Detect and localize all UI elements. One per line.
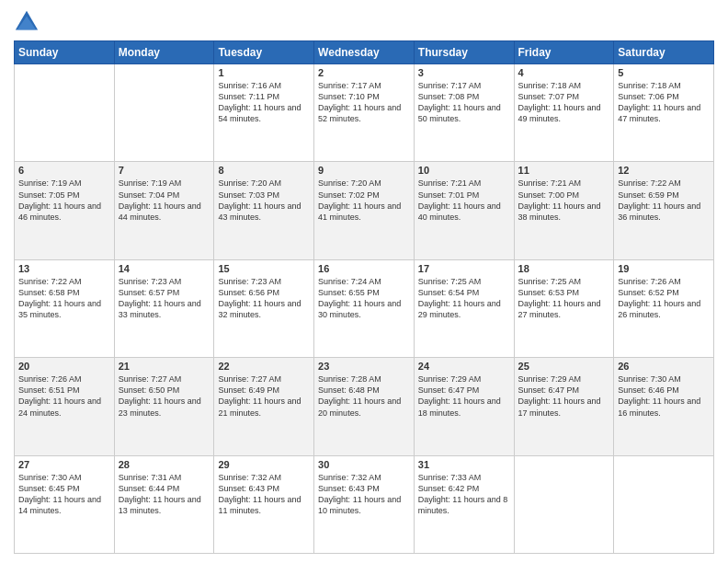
day-number: 24 [418, 361, 510, 372]
cell-info: Sunrise: 7:33 AM Sunset: 6:42 PM Dayligh… [418, 472, 510, 517]
calendar-week-row: 27Sunrise: 7:30 AM Sunset: 6:45 PM Dayli… [15, 455, 714, 553]
cell-info: Sunrise: 7:31 AM Sunset: 6:44 PM Dayligh… [119, 472, 210, 517]
cell-info: Sunrise: 7:30 AM Sunset: 6:46 PM Dayligh… [618, 373, 710, 419]
calendar-cell: 13Sunrise: 7:22 AM Sunset: 6:58 PM Dayli… [15, 259, 115, 357]
cell-info: Sunrise: 7:21 AM Sunset: 7:01 PM Dayligh… [418, 178, 510, 223]
day-header-monday: Monday [114, 41, 214, 64]
day-header-sunday: Sunday [15, 41, 115, 64]
day-header-wednesday: Wednesday [314, 41, 415, 64]
calendar-cell: 1Sunrise: 7:16 AM Sunset: 7:11 PM Daylig… [214, 64, 314, 162]
calendar-cell: 18Sunrise: 7:25 AM Sunset: 6:53 PM Dayli… [514, 259, 614, 357]
calendar-cell: 11Sunrise: 7:21 AM Sunset: 7:00 PM Dayli… [514, 162, 614, 259]
cell-info: Sunrise: 7:22 AM Sunset: 6:59 PM Dayligh… [618, 178, 710, 223]
day-number: 16 [318, 263, 410, 274]
cell-info: Sunrise: 7:21 AM Sunset: 7:00 PM Dayligh… [518, 178, 610, 223]
cell-info: Sunrise: 7:32 AM Sunset: 6:43 PM Dayligh… [218, 472, 310, 517]
cell-info: Sunrise: 7:27 AM Sunset: 6:49 PM Dayligh… [218, 373, 310, 419]
calendar-cell [15, 64, 115, 162]
day-number: 8 [218, 165, 310, 176]
page: SundayMondayTuesdayWednesdayThursdayFrid… [0, 0, 728, 563]
cell-info: Sunrise: 7:16 AM Sunset: 7:11 PM Dayligh… [218, 80, 310, 125]
day-number: 3 [418, 67, 510, 78]
cell-info: Sunrise: 7:28 AM Sunset: 6:48 PM Dayligh… [318, 373, 410, 419]
cell-info: Sunrise: 7:19 AM Sunset: 7:05 PM Dayligh… [18, 178, 110, 223]
cell-info: Sunrise: 7:25 AM Sunset: 6:53 PM Dayligh… [518, 276, 610, 321]
day-number: 19 [618, 263, 710, 274]
day-number: 11 [518, 165, 610, 176]
calendar-cell: 30Sunrise: 7:32 AM Sunset: 6:43 PM Dayli… [314, 455, 415, 553]
cell-info: Sunrise: 7:26 AM Sunset: 6:51 PM Dayligh… [18, 373, 110, 419]
calendar-cell: 29Sunrise: 7:32 AM Sunset: 6:43 PM Dayli… [214, 455, 314, 553]
calendar-week-row: 1Sunrise: 7:16 AM Sunset: 7:11 PM Daylig… [15, 64, 714, 162]
calendar-cell: 10Sunrise: 7:21 AM Sunset: 7:01 PM Dayli… [414, 162, 514, 259]
day-number: 1 [218, 67, 310, 78]
day-number: 2 [318, 67, 410, 78]
day-number: 14 [119, 263, 210, 274]
calendar-week-row: 6Sunrise: 7:19 AM Sunset: 7:05 PM Daylig… [15, 162, 714, 259]
cell-info: Sunrise: 7:22 AM Sunset: 6:58 PM Dayligh… [18, 276, 110, 321]
cell-info: Sunrise: 7:24 AM Sunset: 6:55 PM Dayligh… [318, 276, 410, 321]
cell-info: Sunrise: 7:29 AM Sunset: 6:47 PM Dayligh… [418, 373, 510, 419]
logo [14, 9, 43, 35]
calendar-cell: 26Sunrise: 7:30 AM Sunset: 6:46 PM Dayli… [614, 358, 714, 455]
day-number: 20 [18, 361, 110, 372]
day-number: 10 [418, 165, 510, 176]
cell-info: Sunrise: 7:19 AM Sunset: 7:04 PM Dayligh… [119, 178, 210, 223]
day-number: 22 [218, 361, 310, 372]
calendar-cell: 8Sunrise: 7:20 AM Sunset: 7:03 PM Daylig… [214, 162, 314, 259]
cell-info: Sunrise: 7:32 AM Sunset: 6:43 PM Dayligh… [318, 472, 410, 517]
cell-info: Sunrise: 7:23 AM Sunset: 6:57 PM Dayligh… [119, 276, 210, 321]
calendar-cell: 21Sunrise: 7:27 AM Sunset: 6:50 PM Dayli… [114, 358, 214, 455]
day-header-thursday: Thursday [414, 41, 514, 64]
header [14, 9, 714, 35]
cell-info: Sunrise: 7:23 AM Sunset: 6:56 PM Dayligh… [218, 276, 310, 321]
calendar-header-row: SundayMondayTuesdayWednesdayThursdayFrid… [15, 41, 714, 64]
calendar-cell: 28Sunrise: 7:31 AM Sunset: 6:44 PM Dayli… [114, 455, 214, 553]
calendar-cell: 6Sunrise: 7:19 AM Sunset: 7:05 PM Daylig… [15, 162, 115, 259]
calendar-table: SundayMondayTuesdayWednesdayThursdayFrid… [14, 40, 714, 554]
cell-info: Sunrise: 7:27 AM Sunset: 6:50 PM Dayligh… [119, 373, 210, 419]
day-number: 23 [318, 361, 410, 372]
cell-info: Sunrise: 7:20 AM Sunset: 7:03 PM Dayligh… [218, 178, 310, 223]
day-number: 17 [418, 263, 510, 274]
day-number: 12 [618, 165, 710, 176]
day-number: 25 [518, 361, 610, 372]
calendar-week-row: 20Sunrise: 7:26 AM Sunset: 6:51 PM Dayli… [15, 358, 714, 455]
calendar-cell: 2Sunrise: 7:17 AM Sunset: 7:10 PM Daylig… [314, 64, 415, 162]
day-number: 28 [119, 459, 210, 470]
day-number: 30 [318, 459, 410, 470]
calendar-cell: 22Sunrise: 7:27 AM Sunset: 6:49 PM Dayli… [214, 358, 314, 455]
day-number: 13 [18, 263, 110, 274]
calendar-cell: 17Sunrise: 7:25 AM Sunset: 6:54 PM Dayli… [414, 259, 514, 357]
calendar-cell: 4Sunrise: 7:18 AM Sunset: 7:07 PM Daylig… [514, 64, 614, 162]
calendar-cell [114, 64, 214, 162]
calendar-cell: 9Sunrise: 7:20 AM Sunset: 7:02 PM Daylig… [314, 162, 415, 259]
calendar-cell: 5Sunrise: 7:18 AM Sunset: 7:06 PM Daylig… [614, 64, 714, 162]
calendar-week-row: 13Sunrise: 7:22 AM Sunset: 6:58 PM Dayli… [15, 259, 714, 357]
day-number: 5 [618, 67, 710, 78]
calendar-cell: 27Sunrise: 7:30 AM Sunset: 6:45 PM Dayli… [15, 455, 115, 553]
cell-info: Sunrise: 7:17 AM Sunset: 7:10 PM Dayligh… [318, 80, 410, 125]
calendar-cell: 20Sunrise: 7:26 AM Sunset: 6:51 PM Dayli… [15, 358, 115, 455]
calendar-cell: 25Sunrise: 7:29 AM Sunset: 6:47 PM Dayli… [514, 358, 614, 455]
calendar-cell: 12Sunrise: 7:22 AM Sunset: 6:59 PM Dayli… [614, 162, 714, 259]
cell-info: Sunrise: 7:17 AM Sunset: 7:08 PM Dayligh… [418, 80, 510, 125]
cell-info: Sunrise: 7:26 AM Sunset: 6:52 PM Dayligh… [618, 276, 710, 321]
calendar-cell: 16Sunrise: 7:24 AM Sunset: 6:55 PM Dayli… [314, 259, 415, 357]
day-header-saturday: Saturday [614, 41, 714, 64]
day-number: 7 [119, 165, 210, 176]
cell-info: Sunrise: 7:20 AM Sunset: 7:02 PM Dayligh… [318, 178, 410, 223]
day-number: 15 [218, 263, 310, 274]
calendar-cell: 14Sunrise: 7:23 AM Sunset: 6:57 PM Dayli… [114, 259, 214, 357]
day-number: 31 [418, 459, 510, 470]
cell-info: Sunrise: 7:18 AM Sunset: 7:06 PM Dayligh… [618, 80, 710, 125]
calendar-cell: 19Sunrise: 7:26 AM Sunset: 6:52 PM Dayli… [614, 259, 714, 357]
cell-info: Sunrise: 7:30 AM Sunset: 6:45 PM Dayligh… [18, 472, 110, 517]
day-number: 27 [18, 459, 110, 470]
calendar-cell [514, 455, 614, 553]
calendar-cell [614, 455, 714, 553]
calendar-cell: 3Sunrise: 7:17 AM Sunset: 7:08 PM Daylig… [414, 64, 514, 162]
calendar-cell: 24Sunrise: 7:29 AM Sunset: 6:47 PM Dayli… [414, 358, 514, 455]
day-number: 4 [518, 67, 610, 78]
day-number: 18 [518, 263, 610, 274]
